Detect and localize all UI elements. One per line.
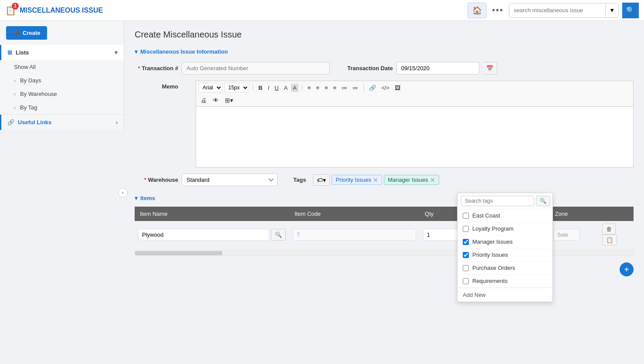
search-dropdown-arrow[interactable]: ▼ — [605, 3, 618, 17]
memo-body[interactable] — [196, 106, 634, 167]
by-warehouse-arrow-icon: › — [14, 91, 16, 97]
sidebar-item-show-all[interactable]: Show All — [0, 60, 124, 74]
tags-label: Tags — [293, 177, 306, 183]
sidebar-item-by-days[interactable]: › By Days — [0, 74, 124, 87]
align-right-button[interactable]: ≡ — [323, 84, 330, 92]
warehouse-select-wrap: * Warehouse Standard — [135, 173, 278, 186]
code-button[interactable]: </> — [380, 84, 391, 92]
item-code-input[interactable] — [293, 229, 416, 241]
add-item-row: + — [135, 259, 634, 276]
tag-search-input[interactable] — [461, 196, 534, 206]
zone-input[interactable] — [553, 229, 580, 241]
items-section-header[interactable]: ▾ Items — [135, 195, 634, 201]
tag-list-item-priority[interactable]: Priority Issues — [458, 248, 552, 262]
search-submit-button[interactable]: 🔍 — [622, 3, 639, 18]
tag-manager-checkbox[interactable] — [463, 239, 469, 245]
notification-badge: 1 — [12, 3, 19, 10]
tag-chip-priority: Priority Issues ✕ — [332, 175, 382, 185]
tag-priority-checkbox[interactable] — [463, 252, 469, 258]
sidebar-lists-header[interactable]: ⊞ Lists ▾ — [0, 45, 124, 60]
delete-row-button[interactable]: 🗑 — [602, 224, 616, 235]
tag-east-coast-checkbox[interactable] — [463, 213, 469, 219]
sidebar-collapse-button[interactable]: ‹ — [118, 188, 128, 197]
cell-actions: 🗑 📋 — [599, 221, 634, 248]
print-button[interactable]: 🖨 — [199, 96, 208, 105]
memo-editor: Arial 15px B I U A A ≡ ≡ — [196, 81, 634, 167]
tag-purchase-checkbox[interactable] — [463, 265, 469, 271]
tag-list-item-requirements[interactable]: Requirements — [458, 275, 552, 288]
memo-row: Memo Arial 15px B I U A A — [135, 81, 634, 167]
transaction-label: * Transaction # — [135, 65, 178, 71]
tags-flag-button[interactable]: 🏷▾ — [313, 174, 330, 186]
more-button[interactable]: ••• — [490, 5, 505, 15]
item-search-button[interactable]: 🔍 — [271, 229, 286, 241]
miscellaneous-info-section: ▾ Miscellaneous Issue Information * Tran… — [135, 48, 634, 186]
create-button[interactable]: ➕ Create — [6, 26, 47, 40]
main-content: Create Miscellaneous Issue ▾ Miscellaneo… — [124, 21, 644, 364]
tag-east-coast-label[interactable]: East Coast — [472, 212, 500, 219]
horizontal-scrollbar[interactable] — [135, 250, 634, 255]
col-item-code: Item Code — [289, 207, 420, 221]
tag-manager-issues-label[interactable]: Manager Issues — [472, 238, 513, 245]
sidebar-item-by-warehouse[interactable]: › By Warehouse — [0, 87, 124, 101]
items-table-header-row: Item Name Item Code Qty Zone — [135, 207, 634, 221]
tag-priority-remove[interactable]: ✕ — [373, 177, 378, 183]
tag-loyalty-label[interactable]: Loyalty Program — [472, 225, 514, 232]
sidebar-lists-label: Lists — [16, 49, 29, 56]
tag-list-item-purchase[interactable]: Purchase Orders — [458, 262, 552, 275]
sidebar-useful-links[interactable]: 🔗 Useful Links › — [0, 115, 124, 130]
page-title: Create Miscellaneous Issue — [135, 30, 634, 40]
duplicate-row-button[interactable]: 📋 — [602, 235, 617, 245]
memo-label: Memo — [135, 81, 178, 90]
tag-priority-issues-label[interactable]: Priority Issues — [472, 252, 508, 258]
sidebar-item-by-tag[interactable]: › By Tag — [0, 101, 124, 114]
home-button[interactable]: 🏠 — [468, 3, 487, 18]
calendar-icon-button[interactable]: 📅 — [483, 62, 497, 75]
tag-list-item-loyalty[interactable]: Loyalty Program — [458, 222, 552, 235]
search-input[interactable] — [509, 4, 605, 16]
warehouse-label: * Warehouse — [135, 177, 178, 183]
tag-manager-remove[interactable]: ✕ — [430, 177, 435, 183]
link-button[interactable]: 🔗 — [367, 84, 378, 92]
tag-purchase-label[interactable]: Purchase Orders — [472, 265, 515, 271]
item-name-input[interactable] — [138, 229, 269, 241]
section-header[interactable]: ▾ Miscellaneous Issue Information — [135, 48, 634, 55]
tag-loyalty-checkbox[interactable] — [463, 226, 469, 232]
bold-button[interactable]: B — [257, 84, 264, 92]
image-button[interactable]: 🖼 — [393, 84, 402, 92]
tag-search-row: 🔍 — [458, 193, 552, 209]
tag-add-new[interactable]: Add New — [458, 288, 552, 302]
warehouse-select[interactable]: Standard — [182, 173, 278, 186]
align-left-button[interactable]: ≡ — [306, 84, 313, 92]
lists-grid-icon: ⊞ — [7, 49, 12, 56]
tag-requirements-label[interactable]: Requirements — [472, 278, 508, 284]
item-name-wrap: 🔍 — [138, 229, 286, 241]
font-family-select[interactable]: Arial — [199, 83, 223, 92]
tag-list-item-manager[interactable]: Manager Issues — [458, 235, 552, 248]
tag-search-button[interactable]: 🔍 — [536, 196, 550, 206]
preview-button[interactable]: 👁 — [211, 96, 220, 105]
app-icon-badge: 📋 1 — [5, 5, 16, 16]
cell-zone — [550, 221, 599, 248]
ordered-list-button[interactable]: ≔ — [351, 84, 360, 92]
warehouse-required-star: * — [144, 177, 146, 183]
font-color-button[interactable]: A — [282, 84, 289, 92]
tag-requirements-checkbox[interactable] — [463, 278, 469, 284]
app-title-area: 📋 1 MISCELLANEOUS ISSUE — [5, 5, 463, 16]
italic-button[interactable]: I — [266, 84, 271, 92]
align-justify-button[interactable]: ≡ — [332, 84, 339, 92]
required-star: * — [138, 65, 140, 71]
underline-button[interactable]: U — [273, 84, 280, 92]
font-highlight-button[interactable]: A — [291, 84, 298, 92]
cell-item-code — [289, 221, 420, 248]
main-layout: ➕ Create ⊞ Lists ▾ Show All › By Days › — [0, 21, 644, 364]
align-center-button[interactable]: ≡ — [314, 84, 321, 92]
transaction-date-input[interactable] — [397, 62, 479, 75]
table-button[interactable]: ⊞▾ — [223, 96, 235, 105]
transaction-input[interactable] — [182, 62, 330, 75]
font-size-select[interactable]: 15px — [224, 83, 249, 92]
add-item-button[interactable]: + — [620, 262, 634, 276]
tag-list-item-east-coast[interactable]: East Coast — [458, 209, 552, 222]
toolbar-separator-3 — [363, 84, 364, 91]
unordered-list-button[interactable]: ≔ — [340, 84, 349, 92]
